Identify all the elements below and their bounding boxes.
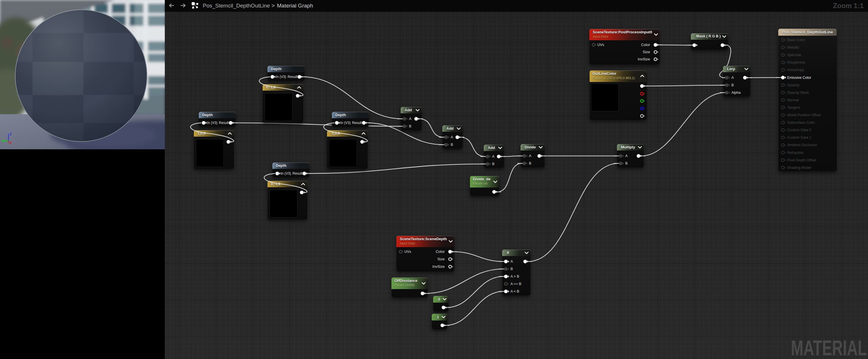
svg-text:Z: Z	[9, 132, 11, 136]
svg-text:Y: Y	[2, 139, 5, 143]
svg-text:X: X	[9, 141, 12, 145]
